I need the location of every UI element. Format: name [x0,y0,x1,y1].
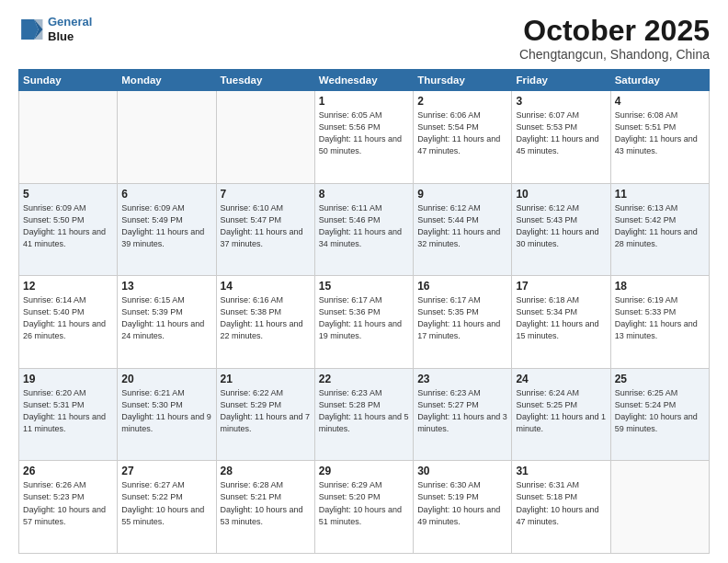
calendar-cell: 22Sunrise: 6:23 AMSunset: 5:28 PMDayligh… [314,368,413,461]
calendar-cell: 27Sunrise: 6:27 AMSunset: 5:22 PMDayligh… [118,461,216,554]
day-number: 15 [319,280,409,293]
day-info: Sunrise: 6:23 AMSunset: 5:27 PMDaylight:… [417,387,507,435]
calendar-cell: 14Sunrise: 6:16 AMSunset: 5:38 PMDayligh… [216,276,314,369]
calendar-cell: 16Sunrise: 6:17 AMSunset: 5:35 PMDayligh… [414,276,512,369]
day-number: 19 [23,373,113,385]
day-info: Sunrise: 6:12 AMSunset: 5:44 PMDaylight:… [417,202,507,250]
calendar-cell: 25Sunrise: 6:25 AMSunset: 5:24 PMDayligh… [610,368,709,461]
day-info: Sunrise: 6:20 AMSunset: 5:31 PMDaylight:… [23,387,113,435]
calendar-cell: 17Sunrise: 6:18 AMSunset: 5:34 PMDayligh… [512,276,610,369]
day-info: Sunrise: 6:06 AMSunset: 5:54 PMDaylight:… [417,109,507,157]
day-number: 3 [516,95,606,108]
calendar-cell: 6Sunrise: 6:09 AMSunset: 5:49 PMDaylight… [118,183,216,276]
header: General Blue October 2025 Chengtangcun, … [18,15,710,62]
day-number: 31 [516,465,606,477]
calendar-cell [118,91,216,184]
day-info: Sunrise: 6:27 AMSunset: 5:22 PMDaylight:… [121,479,211,527]
day-number: 6 [121,188,211,201]
day-info: Sunrise: 6:16 AMSunset: 5:38 PMDaylight:… [221,294,311,342]
day-number: 13 [121,280,211,293]
day-info: Sunrise: 6:13 AMSunset: 5:42 PMDaylight:… [615,202,705,250]
week-row-4: 19Sunrise: 6:20 AMSunset: 5:31 PMDayligh… [19,368,710,461]
calendar-cell: 18Sunrise: 6:19 AMSunset: 5:33 PMDayligh… [610,276,709,369]
calendar-cell: 10Sunrise: 6:12 AMSunset: 5:43 PMDayligh… [512,183,610,276]
week-row-1: 1Sunrise: 6:05 AMSunset: 5:56 PMDaylight… [19,91,710,184]
day-info: Sunrise: 6:05 AMSunset: 5:56 PMDaylight:… [319,109,409,157]
day-number: 25 [615,373,705,385]
logo-text: General Blue [48,15,92,43]
calendar-cell: 3Sunrise: 6:07 AMSunset: 5:53 PMDaylight… [512,91,610,184]
day-info: Sunrise: 6:31 AMSunset: 5:18 PMDaylight:… [516,479,606,527]
calendar-cell: 28Sunrise: 6:28 AMSunset: 5:21 PMDayligh… [216,461,314,554]
day-number: 18 [615,280,705,293]
day-info: Sunrise: 6:29 AMSunset: 5:20 PMDaylight:… [319,479,409,527]
day-info: Sunrise: 6:08 AMSunset: 5:51 PMDaylight:… [615,109,705,157]
day-number: 20 [121,373,211,385]
day-info: Sunrise: 6:24 AMSunset: 5:25 PMDaylight:… [516,387,606,435]
day-number: 4 [615,95,705,108]
logo: General Blue [18,15,92,43]
day-info: Sunrise: 6:18 AMSunset: 5:34 PMDaylight:… [516,294,606,342]
day-info: Sunrise: 6:17 AMSunset: 5:36 PMDaylight:… [319,294,409,342]
day-number: 27 [121,465,211,477]
week-row-5: 26Sunrise: 6:26 AMSunset: 5:23 PMDayligh… [19,461,710,554]
day-number: 24 [516,373,606,385]
calendar-cell: 26Sunrise: 6:26 AMSunset: 5:23 PMDayligh… [19,461,118,554]
day-number: 23 [417,373,507,385]
calendar-cell [216,91,314,184]
weekday-header-thursday: Thursday [414,70,512,91]
calendar-cell: 20Sunrise: 6:21 AMSunset: 5:30 PMDayligh… [118,368,216,461]
day-number: 2 [417,95,507,108]
day-number: 29 [319,465,409,477]
calendar-cell: 24Sunrise: 6:24 AMSunset: 5:25 PMDayligh… [512,368,610,461]
day-number: 10 [516,188,606,201]
weekday-header-wednesday: Wednesday [314,70,413,91]
day-number: 22 [319,373,409,385]
day-number: 9 [417,188,507,201]
week-row-3: 12Sunrise: 6:14 AMSunset: 5:40 PMDayligh… [19,276,710,369]
day-info: Sunrise: 6:10 AMSunset: 5:47 PMDaylight:… [221,202,311,250]
calendar-cell [19,91,118,184]
day-info: Sunrise: 6:15 AMSunset: 5:39 PMDaylight:… [121,294,211,342]
calendar-cell: 8Sunrise: 6:11 AMSunset: 5:46 PMDaylight… [314,183,413,276]
day-info: Sunrise: 6:17 AMSunset: 5:35 PMDaylight:… [417,294,507,342]
day-number: 26 [23,465,113,477]
day-info: Sunrise: 6:09 AMSunset: 5:49 PMDaylight:… [121,202,211,250]
day-info: Sunrise: 6:21 AMSunset: 5:30 PMDaylight:… [121,387,211,435]
weekday-header-sunday: Sunday [19,70,118,91]
calendar-cell: 7Sunrise: 6:10 AMSunset: 5:47 PMDaylight… [216,183,314,276]
logo-icon [18,17,44,42]
day-number: 7 [221,188,311,201]
calendar-table: SundayMondayTuesdayWednesdayThursdayFrid… [18,69,710,554]
calendar-cell: 21Sunrise: 6:22 AMSunset: 5:29 PMDayligh… [216,368,314,461]
weekday-header-tuesday: Tuesday [216,70,314,91]
calendar-page: General Blue October 2025 Chengtangcun, … [0,0,728,563]
day-number: 5 [23,188,113,201]
day-number: 1 [319,95,409,108]
day-info: Sunrise: 6:07 AMSunset: 5:53 PMDaylight:… [516,109,606,157]
day-info: Sunrise: 6:22 AMSunset: 5:29 PMDaylight:… [221,387,311,435]
day-number: 28 [221,465,311,477]
calendar-cell: 13Sunrise: 6:15 AMSunset: 5:39 PMDayligh… [118,276,216,369]
calendar-cell: 15Sunrise: 6:17 AMSunset: 5:36 PMDayligh… [314,276,413,369]
calendar-cell [610,461,709,554]
day-info: Sunrise: 6:12 AMSunset: 5:43 PMDaylight:… [516,202,606,250]
day-info: Sunrise: 6:14 AMSunset: 5:40 PMDaylight:… [23,294,113,342]
weekday-header-row: SundayMondayTuesdayWednesdayThursdayFrid… [19,70,710,91]
calendar-subtitle: Chengtangcun, Shandong, China [519,47,710,62]
day-number: 21 [221,373,311,385]
day-number: 8 [319,188,409,201]
calendar-cell: 29Sunrise: 6:29 AMSunset: 5:20 PMDayligh… [314,461,413,554]
weekday-header-saturday: Saturday [610,70,709,91]
day-info: Sunrise: 6:25 AMSunset: 5:24 PMDaylight:… [615,387,705,435]
calendar-cell: 12Sunrise: 6:14 AMSunset: 5:40 PMDayligh… [19,276,118,369]
day-info: Sunrise: 6:26 AMSunset: 5:23 PMDaylight:… [23,479,113,527]
calendar-cell: 4Sunrise: 6:08 AMSunset: 5:51 PMDaylight… [610,91,709,184]
day-number: 12 [23,280,113,293]
day-number: 17 [516,280,606,293]
calendar-cell: 2Sunrise: 6:06 AMSunset: 5:54 PMDaylight… [414,91,512,184]
day-info: Sunrise: 6:11 AMSunset: 5:46 PMDaylight:… [319,202,409,250]
day-info: Sunrise: 6:09 AMSunset: 5:50 PMDaylight:… [23,202,113,250]
calendar-cell: 23Sunrise: 6:23 AMSunset: 5:27 PMDayligh… [414,368,512,461]
calendar-cell: 19Sunrise: 6:20 AMSunset: 5:31 PMDayligh… [19,368,118,461]
